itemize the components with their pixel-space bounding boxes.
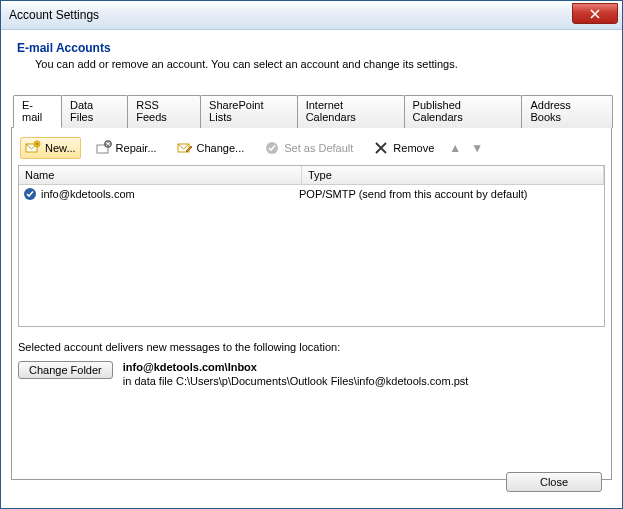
repair-label: Repair...	[116, 142, 157, 154]
tab-strip: E-mail Data Files RSS Feeds SharePoint L…	[11, 94, 612, 128]
section-title: E-mail Accounts	[17, 41, 606, 55]
move-down-button: ▼	[471, 141, 483, 155]
list-header: Name Type	[19, 166, 604, 185]
toolbar: New... Repair... Change...	[18, 134, 605, 165]
tab-internet-calendars[interactable]: Internet Calendars	[297, 95, 405, 128]
change-label: Change...	[197, 142, 245, 154]
delivery-info: Selected account delivers new messages t…	[18, 341, 605, 387]
repair-icon	[96, 140, 112, 156]
section-subtitle: You can add or remove an account. You ca…	[17, 58, 606, 70]
section-header: E-mail Accounts You can add or remove an…	[11, 35, 612, 84]
close-button[interactable]: Close	[506, 472, 602, 492]
tab-sharepoint-lists[interactable]: SharePoint Lists	[200, 95, 298, 128]
window-title: Account Settings	[1, 8, 99, 22]
tab-data-files[interactable]: Data Files	[61, 95, 128, 128]
remove-account-button[interactable]: Remove	[368, 137, 439, 159]
remove-label: Remove	[393, 142, 434, 154]
close-icon	[590, 9, 600, 19]
dialog-body: E-mail Accounts You can add or remove an…	[11, 35, 612, 498]
repair-account-button[interactable]: Repair...	[91, 137, 162, 159]
check-circle-icon	[264, 140, 280, 156]
change-folder-button[interactable]: Change Folder	[18, 361, 113, 379]
account-name-cell: info@kdetools.com	[23, 187, 293, 201]
account-row[interactable]: info@kdetools.com POP/SMTP (send from th…	[19, 185, 604, 203]
account-settings-window: Account Settings E-mail Accounts You can…	[0, 0, 623, 509]
tab-address-books[interactable]: Address Books	[521, 95, 613, 128]
change-account-button[interactable]: Change...	[172, 137, 250, 159]
set-default-label: Set as Default	[284, 142, 353, 154]
account-type-cell: POP/SMTP (send from this account by defa…	[293, 188, 600, 200]
delivery-location-folder: info@kdetools.com\Inbox	[123, 361, 469, 373]
change-icon	[177, 140, 193, 156]
move-up-button: ▲	[449, 141, 461, 155]
tab-published-calendars[interactable]: Published Calendars	[404, 95, 523, 128]
title-bar: Account Settings	[1, 1, 622, 30]
new-account-button[interactable]: New...	[20, 137, 81, 159]
tab-rss-feeds[interactable]: RSS Feeds	[127, 95, 201, 128]
delivery-location: info@kdetools.com\Inbox in data file C:\…	[123, 361, 469, 387]
accounts-list: Name Type info@kdetools.com POP/SMTP (se…	[18, 165, 605, 327]
remove-icon	[373, 140, 389, 156]
set-default-button: Set as Default	[259, 137, 358, 159]
account-name: info@kdetools.com	[41, 188, 135, 200]
list-body: info@kdetools.com POP/SMTP (send from th…	[19, 185, 604, 326]
tab-email[interactable]: E-mail	[13, 95, 62, 128]
delivery-caption: Selected account delivers new messages t…	[18, 341, 605, 353]
window-close-button[interactable]	[572, 3, 618, 24]
new-label: New...	[45, 142, 76, 154]
delivery-location-path: in data file C:\Users\p\Documents\Outloo…	[123, 375, 469, 387]
tab-panel-email: New... Repair... Change...	[11, 128, 612, 480]
column-header-name[interactable]: Name	[19, 166, 302, 184]
dialog-footer: Close	[11, 466, 612, 498]
new-icon	[25, 140, 41, 156]
default-account-icon	[23, 187, 37, 201]
column-header-type[interactable]: Type	[302, 166, 604, 184]
